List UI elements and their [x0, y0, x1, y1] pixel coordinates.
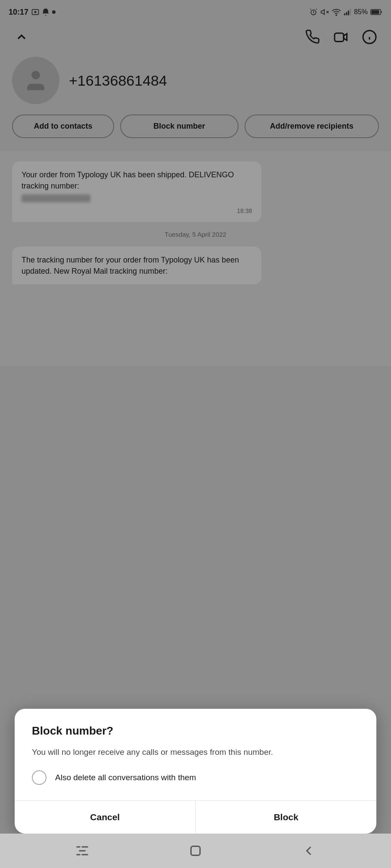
svg-rect-23: [191, 846, 200, 856]
dialog-body: You will no longer receive any calls or …: [32, 746, 359, 759]
nav-back-button[interactable]: [301, 843, 317, 859]
nav-home-button[interactable]: [188, 843, 203, 859]
dialog-overlay: Block number? You will no longer receive…: [0, 0, 391, 868]
home-icon: [188, 843, 203, 859]
delete-conversations-label: Also delete all conversations with them: [55, 772, 196, 784]
delete-conversations-radio[interactable]: [32, 770, 47, 785]
dialog-title: Block number?: [32, 724, 359, 738]
nav-menu-button[interactable]: [74, 843, 90, 859]
block-button[interactable]: Block: [196, 801, 377, 834]
cancel-button[interactable]: Cancel: [15, 801, 196, 834]
dialog-option: Also delete all conversations with them: [32, 770, 359, 785]
menu-icon: [74, 843, 90, 859]
back-nav-icon: [301, 843, 317, 859]
block-number-dialog: Block number? You will no longer receive…: [15, 709, 376, 834]
nav-bar: [0, 834, 391, 868]
dialog-actions: Cancel Block: [15, 800, 376, 834]
